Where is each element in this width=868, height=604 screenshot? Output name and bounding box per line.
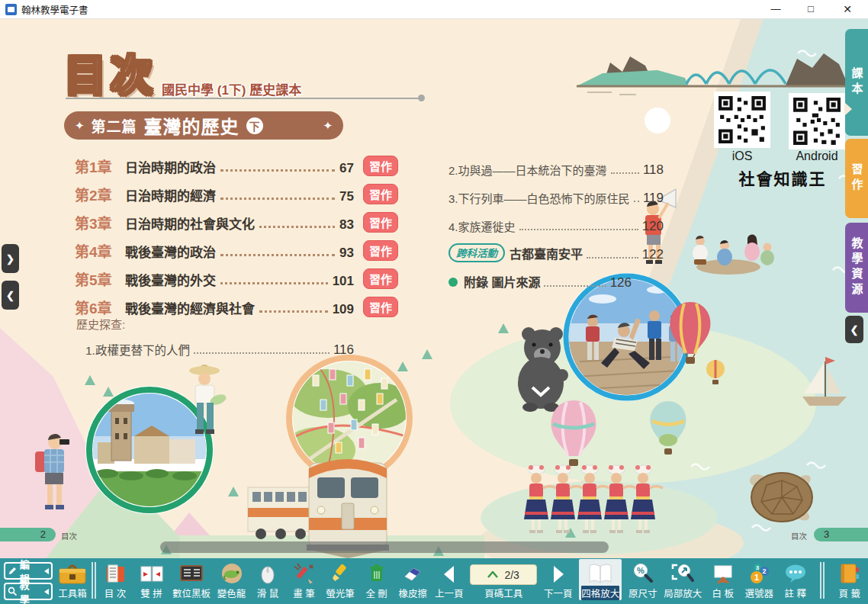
tab-label: 課本 (849, 67, 865, 98)
dotted-leader (259, 226, 335, 228)
maximize-button[interactable]: □ (799, 0, 822, 18)
toolbar-item-number-picker[interactable]: 3 2 1 選號器 (744, 561, 774, 600)
dotted-leader (544, 285, 606, 287)
chapter-page: 101 (333, 274, 354, 289)
toolbar-item-dual-page[interactable]: 雙 拼 (137, 561, 167, 600)
entry-text: 4.家族遷徙史 (448, 218, 516, 234)
toc-icon (104, 561, 127, 585)
tab-teaching-resources[interactable]: 教學資源 (845, 223, 868, 313)
chapter-page: 75 (339, 189, 354, 204)
dotted-leader (611, 172, 639, 174)
toolbar-item-toolbox[interactable]: 工具箱 (57, 561, 88, 600)
page-title: 目次 (64, 41, 157, 102)
qr-code-android (789, 93, 845, 149)
chapter-title: 日治時期的政治 (125, 157, 216, 176)
chevron-left-icon: ❮ (850, 324, 859, 336)
chapter-title: 戰後臺灣的政治 (125, 242, 216, 261)
chameleon-icon (220, 561, 243, 585)
toolbar-item-page-tool[interactable]: 2/3 頁碼工具 (470, 561, 537, 600)
toolbar-item-partial-zoom[interactable]: 局部放大 (664, 561, 702, 600)
toolbar-item-label: 四格放大 (581, 586, 619, 600)
sidebar-collapse-button[interactable]: ❮ (845, 316, 863, 343)
chapter-page: 83 (339, 217, 354, 233)
right-column: 2.功與過——日本統治下的臺灣 118 3.下行列車——白色恐怖下的原住民 11… (448, 149, 664, 291)
toolbar-item-prev-page[interactable]: 上一頁 (434, 561, 465, 600)
panel-collapse-button[interactable]: ❮ (2, 281, 19, 310)
workbook-badge[interactable]: 習作 (363, 297, 398, 317)
toolbar-item-eraser[interactable]: 橡皮擦 (397, 561, 428, 600)
toolbar-item-label: 目 次 (104, 586, 126, 600)
toolbar-item-page-tabs[interactable]: 頁 籤 (834, 561, 865, 600)
horizontal-scrollbar[interactable] (160, 541, 609, 553)
chapter-number: 第3章 (75, 212, 122, 233)
title-divider (66, 98, 418, 99)
chapter-page: 109 (333, 302, 354, 317)
toolbar-item-highlighter[interactable]: 螢光筆 (325, 561, 355, 600)
toc-chapter-row[interactable]: 第4章 戰後臺灣的政治 93 習作 (75, 233, 398, 261)
workbook-badge[interactable]: 習作 (363, 268, 398, 289)
workbook-badge[interactable]: 習作 (363, 240, 398, 261)
toolbar-item-whiteboard[interactable]: 白 板 (708, 561, 738, 600)
tab-textbook[interactable]: 課本 (845, 29, 868, 136)
tab-workbook[interactable]: 習作 (845, 139, 868, 218)
chevron-left-icon: ❮ (6, 290, 14, 301)
entry-page: 119 (643, 191, 664, 206)
minimize-button[interactable]: — (764, 0, 787, 18)
dotted-leader (194, 352, 330, 354)
toolbar-item-chameleon[interactable]: 變色龍 (217, 561, 247, 600)
quad-zoom-icon (587, 561, 613, 585)
left-page-label: 目次 (61, 530, 77, 541)
toolbar-item-annotation[interactable]: 註 釋 (780, 561, 811, 600)
workbook-badge[interactable]: 習作 (363, 184, 398, 204)
chevron-right-icon: ❯ (6, 253, 14, 265)
book-page-spread: 目次 國民中學 (1下) 歷史課本 ✦ 第二篇 臺灣的歷史 下 ✦ 第1章 日治… (0, 18, 868, 558)
toolbar-item-label: 橡皮擦 (398, 586, 427, 600)
appendix-page: 126 (610, 275, 632, 291)
teach-mode-button[interactable]: 教 學 (4, 583, 53, 600)
toolbar-item-label: 選號器 (745, 586, 774, 600)
toc-chapter-row[interactable]: 第5章 戰後臺灣的外交 101 習作 (75, 261, 398, 289)
section-part: 第二篇 (92, 115, 137, 136)
toc-chapter-row[interactable]: 第1章 日治時期的政治 67 習作 (75, 148, 398, 176)
toolbar-item-original-size[interactable]: % 原尺寸 (628, 561, 658, 600)
toolbar-item-mouse[interactable]: 滑 鼠 (252, 561, 283, 600)
region-magnifier-icon (670, 561, 695, 585)
triangle-left-icon (44, 589, 49, 595)
dancer-right (648, 310, 661, 360)
toc-chapter-row[interactable]: 第2章 日治時期的經濟 75 習作 (75, 176, 398, 204)
explore-page: 116 (333, 342, 354, 358)
whiteboard-icon (712, 561, 735, 585)
appendix-row[interactable]: 附錄 圖片來源 126 (448, 262, 632, 291)
cross-activity-page: 122 (642, 247, 664, 262)
toolbar-item-label: 變色龍 (217, 586, 246, 600)
chapter-page: 67 (339, 161, 354, 176)
toc-chapter-row[interactable]: 第3章 日治時期的社會與文化 83 習作 (75, 204, 398, 233)
chapter-number: 第4章 (75, 240, 122, 261)
toolbar-item-next-page[interactable]: 下一頁 (543, 561, 574, 600)
dotted-leader (259, 310, 328, 313)
workbook-badge[interactable]: 習作 (363, 156, 398, 176)
toolbar-item-quad-zoom[interactable]: 四格放大 (579, 559, 622, 600)
explore-item[interactable]: 1.政權更替下的人們 116 (85, 329, 354, 358)
chapter-number: 第1章 (75, 156, 122, 176)
dotted-leader (634, 201, 639, 202)
sun (645, 108, 670, 133)
toolbar-item-digital-blackboard[interactable]: 數位黑板 (172, 561, 211, 600)
panel-expand-button[interactable]: ❯ (2, 244, 19, 273)
chapter-title: 日治時期的經濟 (125, 185, 216, 204)
close-button[interactable]: ✕ (836, 0, 859, 18)
toolbar-item-pen[interactable]: 畫 筆 (289, 561, 320, 600)
right-page-number: 3 (814, 528, 868, 541)
toc-chapter-row[interactable]: 第6章 戰後臺灣的經濟與社會 109 習作 (75, 289, 398, 317)
page-indicator-box[interactable]: 2/3 (470, 564, 537, 585)
chapter-title: 戰後臺灣的經濟與社會 (125, 298, 255, 317)
cross-activity-row[interactable]: 跨科活動 古都臺南安平 122 (448, 234, 664, 262)
toc-entry-row[interactable]: 4.家族遷徙史 120 (448, 206, 664, 234)
toolbar-item-delete-all[interactable]: 全 刪 (362, 561, 392, 600)
toc-entry-row[interactable]: 2.功與過——日本統治下的臺灣 118 (448, 149, 664, 178)
toolbar-item-label: 下一頁 (544, 586, 573, 600)
chevron-up-icon (487, 571, 498, 578)
workbook-badge[interactable]: 習作 (363, 212, 398, 233)
toolbar-item-toc[interactable]: 目 次 (100, 561, 130, 600)
toc-entry-row[interactable]: 3.下行列車——白色恐怖下的原住民 119 (448, 178, 664, 206)
